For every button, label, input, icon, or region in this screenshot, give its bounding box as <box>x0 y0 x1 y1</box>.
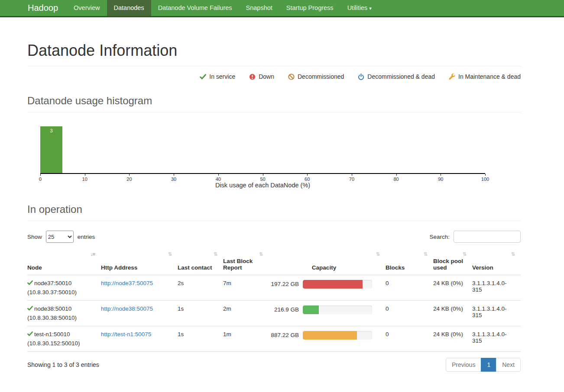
capacity-cell: 197.22 GB <box>269 275 386 300</box>
table-info: Showing 1 to 3 of 3 entries <box>27 361 99 368</box>
http-address-link[interactable]: http://test-n1:50075 <box>101 331 151 337</box>
node-cell: node37:50010 (10.8.30.37:50010) <box>27 275 101 300</box>
column-header-blocks[interactable]: ⇅ Blocks <box>386 250 433 275</box>
http-address-link[interactable]: http://node37:50075 <box>101 280 153 286</box>
legend-label: Down <box>259 73 274 80</box>
node-ip: (10.8.30.37:50010) <box>27 289 95 296</box>
capacity-progress-bar <box>303 305 372 314</box>
capacity-progress-bar <box>303 331 372 340</box>
node-ip: (10.8.30.152:50010) <box>27 340 95 347</box>
pagination: Previous 1 Next <box>446 358 521 372</box>
check-icon <box>200 74 206 80</box>
sort-asc-icon[interactable]: ↓≡ <box>91 251 95 257</box>
sort-icon[interactable]: ⇅ <box>259 251 263 257</box>
nav-item-utilities-dropdown[interactable]: Utilities▾ <box>340 0 379 16</box>
node-ip: (10.8.30.38:50010) <box>27 315 95 321</box>
chevron-down-icon: ▾ <box>369 6 372 11</box>
capacity-cell: 887.22 GB <box>269 326 386 351</box>
column-header-block-pool-used[interactable]: ⇅ Block pool used <box>433 250 472 275</box>
nav-item-datanode-volume-failures[interactable]: Datanode Volume Failures <box>151 0 239 16</box>
in-operation-divider <box>27 221 521 221</box>
blocks-cell: 0 <box>386 300 433 326</box>
legend-label: Decommissioned <box>298 73 344 80</box>
legend-down: Down <box>249 73 274 80</box>
top-navbar: Hadoop Overview Datanodes Datanode Volum… <box>0 0 564 17</box>
power-icon <box>358 74 364 80</box>
pagination-next[interactable]: Next <box>496 358 521 372</box>
table-header-row: ↓≡ Node ⇅ Http Address ⇅ Last contact ⇅ … <box>27 250 521 275</box>
last-contact-cell: 1s <box>178 326 223 351</box>
blocks-cell: 0 <box>386 275 433 300</box>
nav-item-startup-progress[interactable]: Startup Progress <box>279 0 340 16</box>
last-block-report-cell: 2m <box>223 300 269 326</box>
pagination-page-1[interactable]: 1 <box>481 358 496 372</box>
last-block-report-cell: 7m <box>223 275 269 300</box>
search-control: Search: <box>429 231 521 243</box>
sort-icon[interactable]: ⇅ <box>214 251 217 257</box>
capacity-value: 887.22 GB <box>269 332 299 338</box>
blocks-cell: 0 <box>386 326 433 351</box>
block-pool-used-cell: 24 KB (0%) <box>433 275 472 300</box>
legend-label: Decommissioned & dead <box>367 73 435 80</box>
in-service-check-icon <box>27 305 33 311</box>
capacity-progress-fill <box>303 280 363 289</box>
legend-maintenance-dead: In Maintenance & dead <box>449 73 521 80</box>
last-block-report-cell: 1m <box>223 326 269 351</box>
block-pool-used-cell: 24 KB (0%) <box>433 326 472 351</box>
table-controls: Show 25 entries Search: <box>27 231 521 243</box>
search-label: Search: <box>429 234 450 240</box>
sort-icon[interactable]: ⇅ <box>511 251 515 257</box>
histogram-heading: Datanode usage histogram <box>27 95 521 107</box>
column-header-capacity[interactable]: ⇅ Capacity <box>269 250 386 275</box>
page-length-control: Show 25 entries <box>27 231 95 243</box>
histogram-plot: 3 <box>40 126 485 174</box>
version-cell: 3.1.1.3.1.4.0-315 <box>472 326 521 351</box>
capacity-cell: 216.9 GB <box>269 300 386 326</box>
node-cell: test-n1:50010 (10.8.30.152:50010) <box>27 326 101 351</box>
http-address-link[interactable]: http://node38:50075 <box>101 305 153 312</box>
entries-label: entries <box>78 234 95 240</box>
column-header-last-block-report[interactable]: ⇅ Last Block Report <box>223 250 269 275</box>
in-service-check-icon <box>27 331 33 337</box>
legend-label: In Maintenance & dead <box>458 73 521 80</box>
status-legend: In service Down Decommissioned Decommiss… <box>27 73 521 80</box>
legend-decommissioned: Decommissioned <box>288 73 344 80</box>
table-row: node37:50010 (10.8.30.37:50010) http://n… <box>27 275 521 300</box>
in-operation-heading: In operation <box>27 203 521 215</box>
histogram-bar: 3 <box>40 126 62 173</box>
table-row: node38:50010 (10.8.30.38:50010) http://n… <box>27 300 521 326</box>
sort-icon[interactable]: ⇅ <box>168 251 172 257</box>
legend-in-service: In service <box>200 73 235 80</box>
legend-label: In service <box>209 73 235 80</box>
nav-item-datanodes[interactable]: Datanodes <box>107 0 151 16</box>
sort-icon[interactable]: ⇅ <box>463 251 466 257</box>
column-header-node[interactable]: ↓≡ Node <box>27 250 101 275</box>
capacity-value: 197.22 GB <box>269 281 299 287</box>
nav-item-snapshot[interactable]: Snapshot <box>239 0 279 16</box>
node-cell: node38:50010 (10.8.30.38:50010) <box>27 300 101 326</box>
exclamation-circle-icon <box>249 74 256 80</box>
histogram-x-axis: 0102030405060708090100 <box>40 174 485 183</box>
legend-decommissioned-dead: Decommissioned & dead <box>358 73 435 80</box>
title-divider <box>27 66 521 66</box>
nav-item-overview[interactable]: Overview <box>67 0 107 16</box>
histogram-divider <box>27 112 521 112</box>
last-contact-cell: 1s <box>178 300 223 326</box>
capacity-value: 216.9 GB <box>269 306 299 313</box>
in-service-check-icon <box>27 280 33 286</box>
sort-icon[interactable]: ⇅ <box>424 251 427 257</box>
capacity-progress-bar <box>303 280 372 289</box>
pagination-previous[interactable]: Previous <box>446 358 481 372</box>
last-contact-cell: 2s <box>178 275 223 300</box>
column-header-last-contact[interactable]: ⇅ Last contact <box>178 250 223 275</box>
show-label: Show <box>27 234 42 240</box>
search-input[interactable] <box>454 231 521 243</box>
column-header-version[interactable]: ⇅ Version <box>472 250 521 275</box>
table-footer: Showing 1 to 3 of 3 entries Previous 1 N… <box>27 358 521 372</box>
column-header-http-address[interactable]: ⇅ Http Address <box>101 250 178 275</box>
sort-icon[interactable]: ⇅ <box>376 251 379 257</box>
table-row: test-n1:50010 (10.8.30.152:50010) http:/… <box>27 326 521 351</box>
app-brand[interactable]: Hadoop <box>0 0 67 16</box>
page-size-select[interactable]: 25 <box>46 231 74 243</box>
block-pool-used-cell: 24 KB (0%) <box>433 300 472 326</box>
